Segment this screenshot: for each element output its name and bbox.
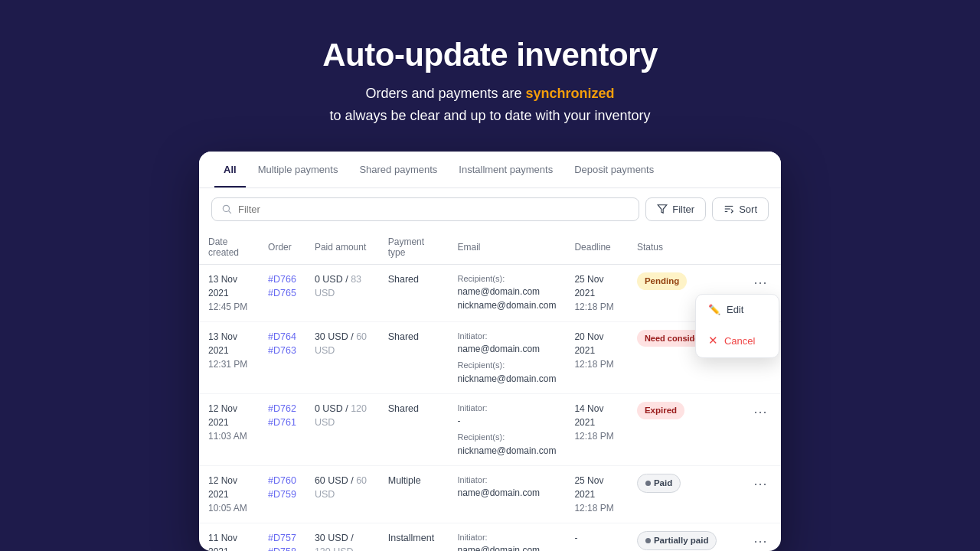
cancel-menu-item[interactable]: ✕ Cancel: [696, 324, 779, 357]
col-payment-type: Payment type: [379, 230, 449, 265]
cell-deadline: 20 Nov 2021 12:18 PM: [565, 321, 628, 393]
cell-paid-amount: 0 USD / 120 USD: [305, 393, 379, 465]
cell-status: Expired: [628, 393, 740, 465]
col-actions: [740, 230, 781, 265]
cell-deadline: -: [565, 523, 628, 551]
more-button-row3[interactable]: ⋯: [749, 402, 772, 422]
cell-type: Shared: [379, 264, 449, 321]
table-row: 13 Nov 2021 12:45 PM #D766 #D765 0 USD /…: [199, 264, 781, 321]
status-badge-pending: Pending: [637, 272, 687, 290]
sort-button[interactable]: Sort: [712, 197, 769, 221]
x-circle-icon: ✕: [708, 332, 718, 350]
cell-paid-amount: 30 USD / 120 USD: [305, 523, 379, 551]
svg-line-1: [229, 211, 231, 214]
more-button-row5[interactable]: ⋯: [749, 531, 772, 551]
table-row: 11 Nov 2021 12:18 PM #D757 #D758 30 USD …: [199, 523, 781, 551]
tab-shared-payments[interactable]: Shared payments: [350, 152, 446, 187]
tab-deposit-payments[interactable]: Deposit payments: [565, 152, 663, 187]
menu-anchor-row1: ⋯ ✏️ Edit ✕ Cancel: [749, 272, 772, 292]
cell-actions: ⋯: [740, 393, 781, 465]
svg-point-0: [223, 205, 229, 211]
cell-actions: ⋯: [740, 465, 781, 523]
col-order: Order: [259, 230, 305, 265]
cell-deadline: 25 Nov 2021 12:18 PM: [565, 465, 628, 523]
cell-type: Multiple: [379, 465, 449, 523]
main-card: All Multiple payments Shared payments In…: [199, 152, 781, 551]
cell-type: Installment: [379, 523, 449, 551]
col-status: Status: [628, 230, 740, 265]
cell-paid-amount: 0 USD / 83 USD: [305, 264, 379, 321]
cell-date: 12 Nov 2021 10:05 AM: [199, 465, 259, 523]
cell-paid-amount: 30 USD / 60 USD: [305, 321, 379, 393]
page-header: Auto-update inventory Orders and payment…: [322, 37, 658, 127]
filter-button[interactable]: Filter: [645, 197, 706, 221]
tab-bar: All Multiple payments Shared payments In…: [199, 152, 781, 188]
status-dot: [645, 481, 651, 486]
order-link-d765[interactable]: #D765: [268, 286, 296, 301]
table-row: 12 Nov 2021 10:05 AM #D760 #D759 60 USD …: [199, 465, 781, 523]
status-badge-expired: Expired: [637, 402, 684, 419]
search-box: [211, 197, 639, 221]
cell-date: 11 Nov 2021 12:18 PM: [199, 523, 259, 551]
table-row: 12 Nov 2021 11:03 AM #D762 #D761 0 USD /…: [199, 393, 781, 465]
search-input[interactable]: [238, 204, 629, 215]
cell-actions: ⋯ ✏️ Edit ✕ Cancel: [740, 264, 781, 321]
cell-order: #D764 #D763: [259, 321, 305, 393]
page-title: Auto-update inventory: [322, 37, 658, 73]
cell-order: #D766 #D765: [259, 264, 305, 321]
sort-icon: [724, 204, 734, 214]
cell-order: #D762 #D761: [259, 393, 305, 465]
cell-date: 12 Nov 2021 11:03 AM: [199, 393, 259, 465]
tab-all[interactable]: All: [214, 152, 246, 187]
order-link-d758[interactable]: #D758: [268, 545, 296, 551]
status-dot: [645, 538, 651, 543]
more-button-row4[interactable]: ⋯: [749, 474, 772, 494]
order-link-d757[interactable]: #D757: [268, 531, 296, 546]
cell-deadline: 25 Nov 2021 12:18 PM: [565, 264, 628, 321]
col-paid-amount: Paid amount: [305, 230, 379, 265]
tab-installment-payments[interactable]: Installment payments: [449, 152, 562, 187]
search-icon: [221, 204, 232, 214]
tab-multiple-payments[interactable]: Multiple payments: [249, 152, 348, 187]
cell-email: Initiator: name@domain.com Recipient(s):…: [448, 321, 565, 393]
cell-order: #D760 #D759: [259, 465, 305, 523]
table-container: Date created Order Paid amount Payment t…: [199, 230, 781, 551]
cell-date: 13 Nov 2021 12:31 PM: [199, 321, 259, 393]
order-link-d759[interactable]: #D759: [268, 487, 296, 502]
cell-date: 13 Nov 2021 12:45 PM: [199, 264, 259, 321]
col-email: Email: [448, 230, 565, 265]
payments-table-wrapper: Date created Order Paid amount Payment t…: [199, 230, 781, 551]
cell-type: Shared: [379, 393, 449, 465]
col-date-created: Date created: [199, 230, 259, 265]
order-link-d760[interactable]: #D760: [268, 474, 296, 488]
status-badge-paid: Paid: [637, 474, 681, 493]
order-link-d761[interactable]: #D761: [268, 416, 296, 430]
cell-email: Recipient(s): name@domain.com nickname@d…: [448, 264, 565, 321]
cell-status: Partially paid: [628, 523, 740, 551]
cell-paid-amount: 60 USD / 60 USD: [305, 465, 379, 523]
svg-marker-2: [658, 205, 667, 214]
cell-actions: ⋯: [740, 523, 781, 551]
order-link-d766[interactable]: #D766: [268, 272, 296, 287]
filter-icon: [657, 204, 668, 214]
table-row: 13 Nov 2021 12:31 PM #D764 #D763 30 USD …: [199, 321, 781, 393]
cell-type: Shared: [379, 321, 449, 393]
page-subtitle: Orders and payments are synchronized to …: [322, 83, 658, 127]
cell-order: #D757 #D758: [259, 523, 305, 551]
cell-status: Paid: [628, 465, 740, 523]
toolbar: Filter Sort: [199, 188, 781, 230]
order-link-d764[interactable]: #D764: [268, 330, 296, 344]
cell-email: Initiator: - Recipient(s): nickname@doma…: [448, 393, 565, 465]
status-badge-partial: Partially paid: [637, 531, 717, 550]
cell-deadline: 14 Nov 2021 12:18 PM: [565, 393, 628, 465]
col-deadline: Deadline: [565, 230, 628, 265]
more-button-row1[interactable]: ⋯: [749, 272, 772, 292]
payments-table: Date created Order Paid amount Payment t…: [199, 230, 781, 551]
edit-menu-item[interactable]: ✏️ Edit: [696, 295, 779, 325]
order-link-d763[interactable]: #D763: [268, 344, 296, 358]
cell-email: Initiator: name@domain.com: [448, 523, 565, 551]
order-link-d762[interactable]: #D762: [268, 402, 296, 416]
context-menu-row1: ✏️ Edit ✕ Cancel: [695, 294, 779, 358]
cell-email: Initiator: name@domain.com: [448, 465, 565, 523]
pencil-icon: ✏️: [708, 302, 720, 318]
